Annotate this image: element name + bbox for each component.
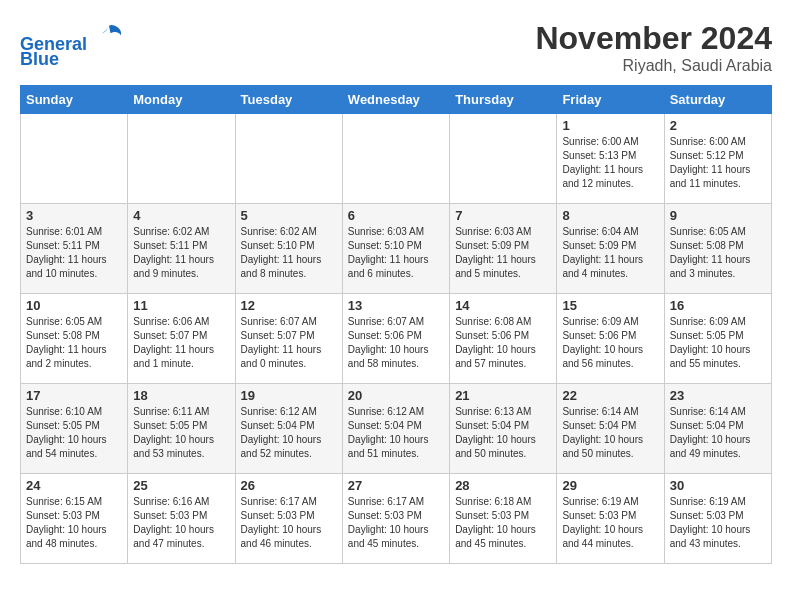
day-info: Sunrise: 6:16 AM Sunset: 5:03 PM Dayligh…	[133, 495, 229, 551]
day-number: 6	[348, 208, 444, 223]
title-block: November 2024 Riyadh, Saudi Arabia	[535, 20, 772, 75]
day-info: Sunrise: 6:07 AM Sunset: 5:07 PM Dayligh…	[241, 315, 337, 371]
weekday-header-row: SundayMondayTuesdayWednesdayThursdayFrid…	[21, 86, 772, 114]
calendar-cell	[235, 114, 342, 204]
calendar-cell: 6Sunrise: 6:03 AM Sunset: 5:10 PM Daylig…	[342, 204, 449, 294]
calendar-cell	[128, 114, 235, 204]
day-info: Sunrise: 6:06 AM Sunset: 5:07 PM Dayligh…	[133, 315, 229, 371]
day-number: 24	[26, 478, 122, 493]
calendar-cell: 1Sunrise: 6:00 AM Sunset: 5:13 PM Daylig…	[557, 114, 664, 204]
day-number: 8	[562, 208, 658, 223]
day-number: 16	[670, 298, 766, 313]
day-number: 5	[241, 208, 337, 223]
day-number: 20	[348, 388, 444, 403]
calendar-cell: 29Sunrise: 6:19 AM Sunset: 5:03 PM Dayli…	[557, 474, 664, 564]
day-number: 10	[26, 298, 122, 313]
calendar-cell: 25Sunrise: 6:16 AM Sunset: 5:03 PM Dayli…	[128, 474, 235, 564]
day-number: 28	[455, 478, 551, 493]
day-number: 29	[562, 478, 658, 493]
calendar-cell: 9Sunrise: 6:05 AM Sunset: 5:08 PM Daylig…	[664, 204, 771, 294]
calendar-cell: 5Sunrise: 6:02 AM Sunset: 5:10 PM Daylig…	[235, 204, 342, 294]
weekday-header-sunday: Sunday	[21, 86, 128, 114]
calendar-cell: 19Sunrise: 6:12 AM Sunset: 5:04 PM Dayli…	[235, 384, 342, 474]
calendar-cell: 14Sunrise: 6:08 AM Sunset: 5:06 PM Dayli…	[450, 294, 557, 384]
day-info: Sunrise: 6:09 AM Sunset: 5:06 PM Dayligh…	[562, 315, 658, 371]
calendar-cell: 30Sunrise: 6:19 AM Sunset: 5:03 PM Dayli…	[664, 474, 771, 564]
day-number: 17	[26, 388, 122, 403]
calendar-week-row: 3Sunrise: 6:01 AM Sunset: 5:11 PM Daylig…	[21, 204, 772, 294]
day-info: Sunrise: 6:13 AM Sunset: 5:04 PM Dayligh…	[455, 405, 551, 461]
day-number: 26	[241, 478, 337, 493]
calendar-cell: 28Sunrise: 6:18 AM Sunset: 5:03 PM Dayli…	[450, 474, 557, 564]
calendar-cell: 10Sunrise: 6:05 AM Sunset: 5:08 PM Dayli…	[21, 294, 128, 384]
calendar-cell: 15Sunrise: 6:09 AM Sunset: 5:06 PM Dayli…	[557, 294, 664, 384]
calendar-cell: 26Sunrise: 6:17 AM Sunset: 5:03 PM Dayli…	[235, 474, 342, 564]
day-number: 12	[241, 298, 337, 313]
calendar-week-row: 1Sunrise: 6:00 AM Sunset: 5:13 PM Daylig…	[21, 114, 772, 204]
calendar-cell: 4Sunrise: 6:02 AM Sunset: 5:11 PM Daylig…	[128, 204, 235, 294]
calendar-cell: 2Sunrise: 6:00 AM Sunset: 5:12 PM Daylig…	[664, 114, 771, 204]
day-info: Sunrise: 6:02 AM Sunset: 5:10 PM Dayligh…	[241, 225, 337, 281]
calendar-cell: 12Sunrise: 6:07 AM Sunset: 5:07 PM Dayli…	[235, 294, 342, 384]
day-info: Sunrise: 6:09 AM Sunset: 5:05 PM Dayligh…	[670, 315, 766, 371]
weekday-header-thursday: Thursday	[450, 86, 557, 114]
day-info: Sunrise: 6:14 AM Sunset: 5:04 PM Dayligh…	[562, 405, 658, 461]
day-info: Sunrise: 6:08 AM Sunset: 5:06 PM Dayligh…	[455, 315, 551, 371]
calendar-cell: 17Sunrise: 6:10 AM Sunset: 5:05 PM Dayli…	[21, 384, 128, 474]
calendar-cell: 22Sunrise: 6:14 AM Sunset: 5:04 PM Dayli…	[557, 384, 664, 474]
day-info: Sunrise: 6:03 AM Sunset: 5:09 PM Dayligh…	[455, 225, 551, 281]
calendar-week-row: 17Sunrise: 6:10 AM Sunset: 5:05 PM Dayli…	[21, 384, 772, 474]
day-number: 2	[670, 118, 766, 133]
logo: General Blue	[20, 20, 124, 70]
day-info: Sunrise: 6:17 AM Sunset: 5:03 PM Dayligh…	[348, 495, 444, 551]
weekday-header-tuesday: Tuesday	[235, 86, 342, 114]
logo-bird-icon	[94, 20, 124, 50]
day-info: Sunrise: 6:17 AM Sunset: 5:03 PM Dayligh…	[241, 495, 337, 551]
month-title: November 2024	[535, 20, 772, 57]
day-number: 14	[455, 298, 551, 313]
day-number: 9	[670, 208, 766, 223]
weekday-header-monday: Monday	[128, 86, 235, 114]
calendar-cell: 20Sunrise: 6:12 AM Sunset: 5:04 PM Dayli…	[342, 384, 449, 474]
day-number: 23	[670, 388, 766, 403]
day-info: Sunrise: 6:01 AM Sunset: 5:11 PM Dayligh…	[26, 225, 122, 281]
calendar-cell	[342, 114, 449, 204]
day-info: Sunrise: 6:15 AM Sunset: 5:03 PM Dayligh…	[26, 495, 122, 551]
calendar-cell: 21Sunrise: 6:13 AM Sunset: 5:04 PM Dayli…	[450, 384, 557, 474]
calendar-cell: 3Sunrise: 6:01 AM Sunset: 5:11 PM Daylig…	[21, 204, 128, 294]
day-number: 11	[133, 298, 229, 313]
calendar-cell	[450, 114, 557, 204]
day-number: 1	[562, 118, 658, 133]
calendar-cell: 23Sunrise: 6:14 AM Sunset: 5:04 PM Dayli…	[664, 384, 771, 474]
calendar-cell: 8Sunrise: 6:04 AM Sunset: 5:09 PM Daylig…	[557, 204, 664, 294]
calendar-week-row: 24Sunrise: 6:15 AM Sunset: 5:03 PM Dayli…	[21, 474, 772, 564]
calendar-cell: 11Sunrise: 6:06 AM Sunset: 5:07 PM Dayli…	[128, 294, 235, 384]
day-info: Sunrise: 6:10 AM Sunset: 5:05 PM Dayligh…	[26, 405, 122, 461]
calendar-cell	[21, 114, 128, 204]
calendar-table: SundayMondayTuesdayWednesdayThursdayFrid…	[20, 85, 772, 564]
day-info: Sunrise: 6:19 AM Sunset: 5:03 PM Dayligh…	[562, 495, 658, 551]
day-number: 25	[133, 478, 229, 493]
day-info: Sunrise: 6:03 AM Sunset: 5:10 PM Dayligh…	[348, 225, 444, 281]
day-number: 22	[562, 388, 658, 403]
day-number: 30	[670, 478, 766, 493]
location: Riyadh, Saudi Arabia	[535, 57, 772, 75]
day-info: Sunrise: 6:19 AM Sunset: 5:03 PM Dayligh…	[670, 495, 766, 551]
calendar-cell: 27Sunrise: 6:17 AM Sunset: 5:03 PM Dayli…	[342, 474, 449, 564]
page-header: General Blue November 2024 Riyadh, Saudi…	[20, 20, 772, 75]
day-info: Sunrise: 6:14 AM Sunset: 5:04 PM Dayligh…	[670, 405, 766, 461]
day-number: 18	[133, 388, 229, 403]
day-number: 4	[133, 208, 229, 223]
calendar-cell: 13Sunrise: 6:07 AM Sunset: 5:06 PM Dayli…	[342, 294, 449, 384]
day-number: 13	[348, 298, 444, 313]
day-info: Sunrise: 6:00 AM Sunset: 5:12 PM Dayligh…	[670, 135, 766, 191]
weekday-header-wednesday: Wednesday	[342, 86, 449, 114]
day-info: Sunrise: 6:07 AM Sunset: 5:06 PM Dayligh…	[348, 315, 444, 371]
day-number: 7	[455, 208, 551, 223]
day-number: 19	[241, 388, 337, 403]
day-number: 3	[26, 208, 122, 223]
calendar-cell: 7Sunrise: 6:03 AM Sunset: 5:09 PM Daylig…	[450, 204, 557, 294]
day-number: 27	[348, 478, 444, 493]
calendar-cell: 16Sunrise: 6:09 AM Sunset: 5:05 PM Dayli…	[664, 294, 771, 384]
calendar-cell: 24Sunrise: 6:15 AM Sunset: 5:03 PM Dayli…	[21, 474, 128, 564]
